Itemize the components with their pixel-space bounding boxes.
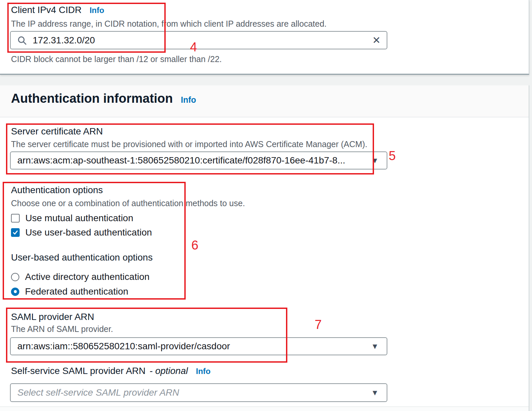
server-cert-label: Server certificate ARN: [11, 126, 103, 137]
self-service-select[interactable]: Select self-service SAML provider ARN ▼: [10, 383, 387, 402]
self-service-optional-label: - optional: [150, 366, 188, 376]
saml-provider-label-row: SAML provider ARN: [11, 312, 94, 322]
chevron-down-icon: ▼: [371, 389, 379, 397]
chevron-down-icon: ▼: [371, 343, 379, 350]
client-cidr-info-link[interactable]: Info: [90, 6, 104, 15]
saml-provider-value: arn:aws:iam::580652580210:saml-provider/…: [17, 341, 230, 352]
check-icon: [12, 230, 18, 236]
panel-footer-divider: [0, 406, 529, 411]
active-directory-radio[interactable]: [11, 273, 19, 281]
clear-input-icon[interactable]: ✕: [372, 35, 381, 45]
user-based-auth-checkbox[interactable]: [11, 228, 20, 237]
auth-options-label-row: Authentication options: [11, 185, 103, 195]
authentication-heading: Authentication information: [11, 91, 173, 106]
server-cert-value: arn:aws:acm:ap-southeast-1:580652580210:…: [17, 155, 345, 166]
active-directory-label: Active directory authentication: [25, 272, 150, 282]
client-cidr-label: Client IPv4 CIDR: [11, 5, 82, 15]
server-cert-description: The server certificate must be provision…: [11, 139, 367, 149]
self-service-label: Self-service SAML provider ARN: [11, 366, 146, 376]
auth-options-label: Authentication options: [11, 185, 103, 195]
client-cidr-constraint-hint: CIDR block cannot be larger than /12 or …: [11, 54, 222, 64]
saml-provider-select[interactable]: arn:aws:iam::580652580210:saml-provider/…: [10, 337, 387, 355]
auth-options-description: Choose one or a combination of authentic…: [11, 198, 245, 208]
create-client-vpn-form: Client IPv4 CIDR Info The IP address ran…: [0, 0, 532, 411]
user-based-auth-option[interactable]: Use user-based authentication: [11, 227, 152, 238]
user-based-auth-label: Use user-based authentication: [25, 227, 152, 238]
user-based-options-label: User-based authentication options: [11, 252, 153, 263]
user-based-options-label-row: User-based authentication options: [11, 252, 153, 263]
authentication-info-link[interactable]: Info: [181, 95, 196, 105]
search-icon: [17, 36, 27, 45]
client-cidr-input[interactable]: 172.31.32.0/20 ✕: [10, 31, 387, 49]
server-cert-select[interactable]: arn:aws:acm:ap-southeast-1:580652580210:…: [10, 151, 387, 169]
client-cidr-label-row: Client IPv4 CIDR Info: [11, 5, 104, 15]
federated-auth-radio[interactable]: [11, 288, 19, 296]
self-service-label-row: Self-service SAML provider ARN - optiona…: [11, 366, 211, 376]
federated-auth-option[interactable]: Federated authentication: [11, 286, 128, 297]
client-cidr-value: 172.31.32.0/20: [33, 35, 95, 46]
client-cidr-description: The IP address range, in CIDR notation, …: [11, 19, 327, 29]
self-service-placeholder: Select self-service SAML provider ARN: [17, 387, 179, 398]
active-directory-option[interactable]: Active directory authentication: [11, 272, 150, 282]
saml-provider-description: The ARN of SAML provider.: [11, 324, 113, 334]
server-cert-label-row: Server certificate ARN: [11, 126, 103, 137]
self-service-info-link[interactable]: Info: [196, 367, 211, 376]
authentication-heading-row: Authentication information Info: [11, 91, 196, 106]
mutual-auth-checkbox[interactable]: [11, 214, 20, 223]
federated-auth-label: Federated authentication: [25, 286, 128, 297]
saml-provider-label: SAML provider ARN: [11, 312, 94, 322]
chevron-down-icon: ▼: [371, 157, 379, 164]
mutual-auth-label: Use mutual authentication: [25, 213, 133, 224]
mutual-auth-option[interactable]: Use mutual authentication: [11, 213, 133, 224]
